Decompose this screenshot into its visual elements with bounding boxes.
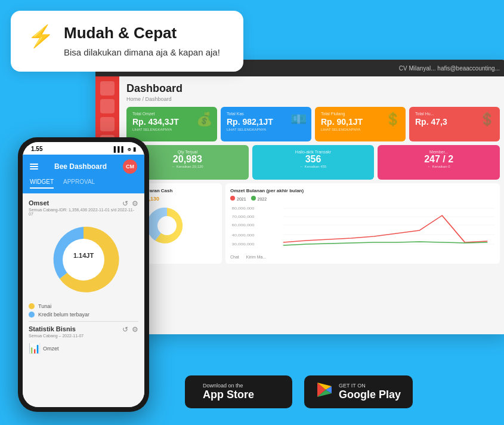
chart-bottom-links: Chat Kirim Ma... (230, 255, 495, 259)
phone-status-right: ▌▌▌ ⌾ ▮ (114, 146, 136, 152)
hamburger-menu[interactable] (30, 164, 38, 170)
donut-chart-svg: 1.14JT (45, 221, 122, 298)
tab-widget[interactable]: WIDGET (30, 178, 54, 189)
statistik-refresh-icon[interactable]: ↺ (122, 325, 128, 334)
desktop-screen: CV Milanyal... hafis@beaaccounting... Da… (95, 60, 504, 334)
donut-area: 1.14JT (29, 221, 138, 298)
svg-point-11 (63, 239, 104, 281)
omzet-chart-box: Omzet Bulanan (per akhir bulan) 2021 202… (225, 183, 500, 264)
omzet-chart-title: Omzet Bulanan (per akhir bulan) (230, 188, 495, 193)
svg-text:80,000,000: 80,000,000 (232, 207, 255, 210)
tunai-label: Tunai (38, 303, 51, 309)
battery-icon: ▮ (133, 146, 136, 152)
divider (29, 321, 138, 322)
send-link: Kirim Ma... (246, 255, 266, 259)
googleplay-small-text: GET IT ON (339, 383, 401, 389)
lightning-icon: ⚡ (27, 24, 54, 49)
svg-text:70,000,000: 70,000,000 (232, 215, 255, 218)
kas-sub: LIHAT SELENGKAPNYA (227, 128, 305, 131)
kredit-dot (29, 312, 35, 318)
charts-row: Pembayaran Cash Rp 219,130 Omzet Bulanan… (126, 183, 500, 264)
chat-link: Chat (230, 255, 239, 259)
hero-card: ⚡ Mudah & Cepat Bisa dilakukan dimana aj… (11, 11, 243, 72)
sidebar-icon-1 (100, 81, 115, 96)
tab-approval[interactable]: APPROVAL (63, 178, 95, 189)
stat-cards-row2: Qty Terjual 20,983 ← Kenaikan 20,120 Hal… (126, 145, 500, 180)
appstore-small-text: Download on the (203, 383, 254, 389)
signal-icon: ▌▌▌ (114, 146, 125, 152)
sidebar-icon-3 (100, 117, 115, 131)
svg-point-0 (157, 216, 177, 235)
donut-legend: Tunai Kredit belum terbayar (29, 303, 138, 318)
phone-mockup: 1.55 ▌▌▌ ⌾ ▮ Bee Dashboard CM WIDGET APP… (18, 137, 149, 412)
stat-card-kas: 💵 Total Kas Rp. 982,1JT LIHAT SELENGKAPN… (221, 107, 311, 141)
chart-legend: 2021 2022 (230, 196, 495, 201)
appstore-big-text: App Store (203, 389, 254, 401)
phone-status-bar: 1.55 ▌▌▌ ⌾ ▮ (23, 142, 144, 155)
transaksi-sub: ← Kenaikan 455 (258, 165, 369, 168)
statistik-metric: 📊 Omzet (29, 343, 138, 354)
svg-text:40,000,000: 40,000,000 (232, 233, 255, 237)
kas-label: Total Kas (227, 112, 305, 116)
stat-card-transaksi: Hallo-aktk Transakr 356 ← Kenaikan 455 (252, 145, 375, 180)
appstore-button[interactable]: Download on the App Store (185, 375, 292, 408)
desktop-main: Dashboard Home / Dashboard 💰 Total Omzet… (119, 76, 504, 334)
wifi-icon: ⌾ (128, 146, 131, 152)
statistik-sub: Semua Cabang – 2022-11-07 (29, 334, 138, 338)
topbar-text: CV Milanyal... hafis@beaaccounting... (399, 65, 500, 72)
svg-text:1.14JT: 1.14JT (73, 252, 94, 259)
phone-time: 1.55 (31, 146, 42, 152)
piutang-label: Total Piutang (321, 112, 400, 116)
omzet-label: Total Omzet (132, 112, 211, 116)
piutang-sub: LIHAT SELENGKAPNYA (321, 128, 400, 131)
googleplay-icon (316, 381, 333, 402)
omset-section-title: Omset (29, 199, 49, 207)
member-sub: ← Kenaikan 0 (384, 165, 494, 168)
transaksi-label: Hallo-aktk Transakr (258, 150, 369, 154)
dashboard-title: Dashboard (126, 82, 500, 95)
stat-card-omzet: 💰 Total Omzet Rp. 434,3JT LIHAT SELENGKA… (126, 107, 217, 141)
hero-subtitle: Bisa dilakukan dimana aja & kapan aja! (64, 46, 220, 58)
breadcrumb: Home / Dashboard (126, 96, 500, 102)
download-buttons: Download on the App Store GET IT ON Goog… (185, 375, 413, 408)
svg-text:30,000,000: 30,000,000 (232, 242, 255, 246)
phone-header: Bee Dashboard CM (23, 155, 144, 178)
hero-title: Mudah & Cepat (64, 24, 220, 42)
filter-icon[interactable]: ⚙ (132, 199, 138, 208)
omzet-chart-svg: 80,000,000 70,000,000 60,000,000 40,000,… (230, 204, 495, 251)
transaksi-value: 356 (258, 154, 369, 165)
legend-tunai: Tunai (29, 303, 138, 309)
googleplay-button[interactable]: GET IT ON Google Play (304, 375, 413, 408)
stat-card-piutang: 💲 Total Piutang Rp. 90,1JT LIHAT SELENGK… (315, 107, 406, 141)
svg-text:60,000,000: 60,000,000 (232, 223, 255, 227)
omset-controls: ↺ ⚙ (122, 199, 138, 208)
sidebar-icon-2 (100, 99, 115, 113)
googleplay-big-text: Google Play (339, 389, 401, 401)
member-value: 247 / 2 (384, 154, 494, 165)
statistik-filter-icon[interactable]: ⚙ (132, 325, 138, 334)
phone-app-title: Bee Dashboard (54, 162, 107, 171)
tunai-dot (29, 303, 35, 309)
legend-kredit: Kredit belum terbayar (29, 312, 138, 318)
member-label: Member... (384, 150, 494, 154)
stat-cards-row1: 💰 Total Omzet Rp. 434,3JT LIHAT SELENGKA… (126, 107, 500, 141)
statistik-title: Statistik Bisnis (29, 325, 76, 332)
refresh-icon[interactable]: ↺ (122, 199, 128, 208)
stat-card-hutang: 💲 Total Hu... Rp. 47,3 (409, 107, 500, 141)
omset-sub: Semua Cabang-IDR: 1,356,436 2022-11-01 s… (29, 208, 138, 216)
hutang-label: Total Hu... (415, 112, 494, 116)
phone-content: Omset ↺ ⚙ Semua Cabang-IDR: 1,356,436 20… (23, 193, 144, 407)
stat-card-member: Member... 247 / 2 ← Kenaikan 0 (378, 145, 500, 180)
phone-avatar: CM (123, 159, 137, 174)
omzet-sub: LIHAT SELENGKAPNYA (132, 128, 211, 131)
phone-tabs: WIDGET APPROVAL (23, 178, 144, 193)
kredit-label: Kredit belum terbayar (38, 312, 89, 318)
